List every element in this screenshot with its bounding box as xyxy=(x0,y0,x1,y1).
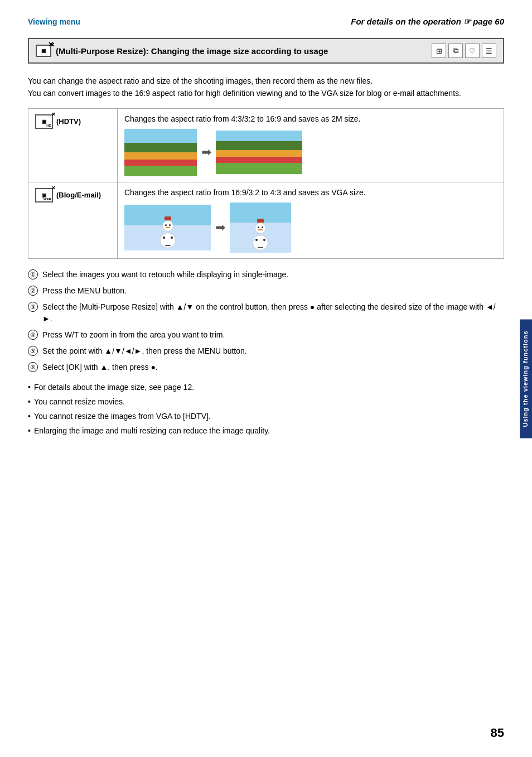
icon-heart: ♡ xyxy=(465,44,480,58)
step-item: ② Press the MENU button. xyxy=(28,285,504,297)
blog-before-image xyxy=(124,205,211,250)
step-text: Set the point with ▲/▼/◄/►, then press t… xyxy=(42,345,247,357)
intro-line2: You can convert images to the 16:9 aspec… xyxy=(28,87,504,99)
note-item: • For details about the image size, see … xyxy=(28,382,504,393)
arrow-icon: ➡ xyxy=(215,220,225,235)
hdtv-icon: ▣ HD ✕ xyxy=(35,114,53,129)
note-item: • Enlarging the image and multi resizing… xyxy=(28,425,504,437)
blog-label: (Blog/E-mail) xyxy=(56,191,101,199)
table-cell-mode-blog: ▣ WEB ✕ (Blog/E-mail) xyxy=(28,182,118,258)
icon-menu: ☰ xyxy=(482,44,496,58)
intro-paragraph: You can change the aspect ratio and size… xyxy=(28,75,504,100)
note-bullet: • xyxy=(28,382,31,393)
step-text: Select the images you want to retouch wh… xyxy=(42,269,288,281)
table-row: ▣ HD ✕ (HDTV) Changes the aspect ratio f… xyxy=(28,108,504,182)
note-text: You cannot resize movies. xyxy=(34,396,125,408)
page-header: Viewing menu For details on the operatio… xyxy=(28,17,504,27)
step-item: ① Select the images you want to retouch … xyxy=(28,269,504,281)
note-bullet: • xyxy=(28,425,31,437)
step-item: ⑤ Set the point with ▲/▼/◄/►, then press… xyxy=(28,345,504,357)
note-text: Enlarging the image and multi resizing c… xyxy=(34,425,270,437)
feature-title-text: (Multi-Purpose Resize): Changing the ima… xyxy=(56,46,328,56)
steps-list: ① Select the images you want to retouch … xyxy=(28,269,504,373)
notes-list: • For details about the image size, see … xyxy=(28,382,504,437)
blog-image-demo: ➡ xyxy=(124,202,497,253)
side-tab: Using the viewing functions xyxy=(520,319,532,438)
note-bullet: • xyxy=(28,396,31,408)
hdtv-image-demo: ➡ xyxy=(124,129,497,176)
hdtv-after-image xyxy=(216,131,302,174)
page-reference: For details on the operation ☞ page 60 xyxy=(351,17,504,27)
table-row: ▣ WEB ✕ (Blog/E-mail) Changes the aspect… xyxy=(28,182,504,258)
hdtv-description: Changes the aspect ratio from 4:3/3:2 to… xyxy=(124,114,497,123)
step-number: ① xyxy=(28,269,38,279)
step-number: ③ xyxy=(28,302,38,312)
blog-mode-cell: ▣ WEB ✕ (Blog/E-mail) xyxy=(35,188,110,202)
feature-title-left: ▣ ✕ (Multi-Purpose Resize): Changing the… xyxy=(36,45,328,57)
step-number: ⑥ xyxy=(28,362,38,372)
title-icons: ⊞ ⧉ ♡ ☰ xyxy=(432,44,496,58)
hdtv-label: (HDTV) xyxy=(56,117,81,126)
blog-icon: ▣ WEB ✕ xyxy=(35,188,53,202)
note-item: • You cannot resize movies. xyxy=(28,396,504,408)
step-number: ⑤ xyxy=(28,346,38,356)
table-cell-mode-hdtv: ▣ HD ✕ (HDTV) xyxy=(28,108,118,182)
page-number: 85 xyxy=(491,726,504,740)
note-text: You cannot resize the images from VGA to… xyxy=(34,411,211,422)
note-text: For details about the image size, see pa… xyxy=(34,382,194,393)
arrow-icon: ➡ xyxy=(201,145,211,160)
feature-title-box: ▣ ✕ (Multi-Purpose Resize): Changing the… xyxy=(28,38,504,64)
note-bullet: • xyxy=(28,411,31,422)
intro-line1: You can change the aspect ratio and size… xyxy=(28,75,504,87)
multi-purpose-resize-icon: ▣ ✕ xyxy=(36,45,51,57)
step-item: ③ Select the [Multi-Purpose Resize] with… xyxy=(28,301,504,325)
step-text: Press the MENU button. xyxy=(42,285,127,297)
step-item: ⑥ Select [OK] with ▲, then press ●. xyxy=(28,361,504,373)
step-text: Select the [Multi-Purpose Resize] with ▲… xyxy=(42,301,504,325)
step-number: ④ xyxy=(28,330,38,340)
step-item: ④ Press W/T to zoom in from the area you… xyxy=(28,329,504,341)
step-number: ② xyxy=(28,286,38,296)
feature-table: ▣ HD ✕ (HDTV) Changes the aspect ratio f… xyxy=(28,108,504,259)
section-title: Viewing menu xyxy=(28,17,80,26)
blog-after-image xyxy=(230,202,291,253)
note-item: • You cannot resize the images from VGA … xyxy=(28,411,504,422)
table-cell-hdtv-desc: Changes the aspect ratio from 4:3/3:2 to… xyxy=(118,108,504,182)
blog-description: Changes the aspect ratio from 16:9/3:2 t… xyxy=(124,188,497,197)
step-text: Press W/T to zoom in from the area you w… xyxy=(42,329,225,341)
icon-grid: ⊞ xyxy=(432,44,446,58)
step-text: Select [OK] with ▲, then press ●. xyxy=(42,361,158,373)
side-tab-text: Using the viewing functions xyxy=(522,330,529,427)
table-cell-blog-desc: Changes the aspect ratio from 16:9/3:2 t… xyxy=(118,182,504,258)
icon-copy: ⧉ xyxy=(448,44,463,58)
hdtv-mode-cell: ▣ HD ✕ (HDTV) xyxy=(35,114,110,129)
hdtv-before-image xyxy=(124,129,197,176)
